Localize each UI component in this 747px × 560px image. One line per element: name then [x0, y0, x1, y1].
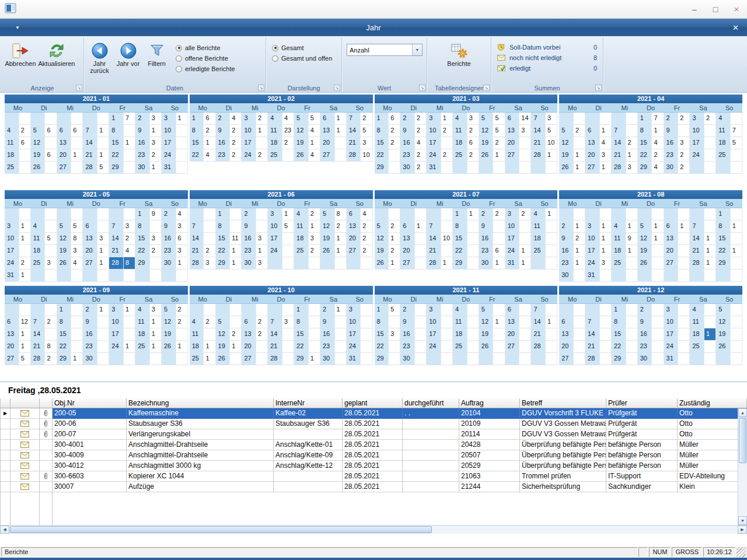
- day-count-cell[interactable]: [124, 353, 135, 365]
- day-cell[interactable]: 23: [135, 149, 150, 162]
- day-cell[interactable]: 1: [216, 208, 231, 220]
- day-cell[interactable]: 17: [664, 328, 679, 341]
- day-cell[interactable]: 25: [190, 353, 204, 365]
- day-cell[interactable]: 6: [505, 304, 520, 316]
- day-cell[interactable]: 20: [400, 245, 415, 257]
- day-cell[interactable]: [109, 353, 124, 365]
- day-cell[interactable]: [31, 270, 46, 282]
- day-cell[interactable]: 12: [559, 137, 574, 149]
- day-count-cell[interactable]: [519, 316, 531, 328]
- day-cell[interactable]: [479, 353, 494, 365]
- day-count-cell[interactable]: [493, 341, 505, 353]
- day-count-cell[interactable]: 1: [335, 125, 347, 137]
- day-count-cell[interactable]: [626, 113, 638, 125]
- day-count-cell[interactable]: 1: [19, 270, 31, 282]
- day-count-cell[interactable]: 1: [230, 257, 242, 270]
- day-count-cell[interactable]: 1: [678, 220, 690, 233]
- day-count-cell[interactable]: 1: [335, 245, 347, 257]
- day-count-cell[interactable]: 2: [574, 125, 585, 137]
- day-count-cell[interactable]: 2: [282, 137, 294, 149]
- day-count-cell[interactable]: [124, 328, 135, 341]
- day-count-cell[interactable]: 1: [124, 137, 135, 149]
- day-cell[interactable]: 14: [427, 233, 441, 245]
- day-count-cell[interactable]: 5: [45, 233, 57, 245]
- day-count-cell[interactable]: [467, 316, 479, 328]
- day-count-cell[interactable]: 2: [493, 137, 505, 149]
- day-count-cell[interactable]: [415, 245, 427, 257]
- day-cell[interactable]: 30: [664, 162, 679, 174]
- day-count-cell[interactable]: [678, 341, 690, 353]
- day-count-cell[interactable]: 2: [678, 113, 690, 125]
- day-cell[interactable]: 13: [320, 125, 335, 137]
- day-count-cell[interactable]: [704, 270, 716, 282]
- day-cell[interactable]: [375, 208, 389, 220]
- day-cell[interactable]: 31: [162, 162, 176, 174]
- day-cell[interactable]: 13: [83, 233, 97, 245]
- day-count-cell[interactable]: [124, 316, 135, 328]
- day-cell[interactable]: 3: [242, 113, 256, 125]
- day-count-cell[interactable]: [626, 341, 638, 353]
- day-count-cell[interactable]: [546, 257, 557, 270]
- day-count-cell[interactable]: [678, 353, 690, 365]
- day-cell[interactable]: 3: [5, 220, 19, 233]
- day-count-cell[interactable]: [519, 149, 531, 162]
- day-cell[interactable]: 17: [427, 137, 441, 149]
- day-cell[interactable]: 5: [716, 304, 731, 316]
- day-count-cell[interactable]: [176, 353, 188, 365]
- day-cell[interactable]: 2: [400, 304, 415, 316]
- day-cell[interactable]: 26: [479, 341, 494, 353]
- day-count-cell[interactable]: 2: [256, 328, 268, 341]
- hscroll-thumb[interactable]: [10, 526, 432, 533]
- day-cell[interactable]: 23: [479, 245, 494, 257]
- day-cell[interactable]: 29: [716, 257, 731, 270]
- day-cell[interactable]: 12: [320, 220, 335, 233]
- day-cell[interactable]: 20: [505, 137, 520, 149]
- day-count-cell[interactable]: [256, 304, 268, 316]
- day-count-cell[interactable]: [704, 353, 716, 365]
- day-cell[interactable]: 18: [716, 137, 731, 149]
- day-cell[interactable]: 6: [400, 220, 415, 233]
- day-count-cell[interactable]: [652, 208, 664, 220]
- day-count-cell[interactable]: 7: [124, 113, 135, 125]
- day-cell[interactable]: [585, 304, 600, 316]
- day-cell[interactable]: 31: [505, 257, 520, 270]
- day-count-cell[interactable]: [441, 328, 453, 341]
- day-count-cell[interactable]: [204, 208, 215, 220]
- day-count-cell[interactable]: 1: [97, 149, 109, 162]
- day-count-cell[interactable]: [71, 113, 83, 125]
- day-cell[interactable]: 7: [83, 125, 97, 137]
- day-cell[interactable]: 28: [190, 257, 204, 270]
- day-count-cell[interactable]: [415, 353, 427, 365]
- day-cell[interactable]: 10: [427, 125, 441, 137]
- day-cell[interactable]: [531, 257, 546, 270]
- day-cell[interactable]: 29: [638, 162, 652, 174]
- day-count-cell[interactable]: 1: [626, 149, 638, 162]
- day-cell[interactable]: [320, 257, 335, 270]
- day-count-cell[interactable]: 2: [361, 233, 372, 245]
- day-cell[interactable]: 15: [375, 328, 389, 341]
- day-count-cell[interactable]: [19, 245, 31, 257]
- day-count-cell[interactable]: 4: [600, 137, 612, 149]
- day-count-cell[interactable]: [441, 341, 453, 353]
- day-count-cell[interactable]: [731, 208, 742, 220]
- day-count-cell[interactable]: [415, 257, 427, 270]
- day-count-cell[interactable]: [546, 220, 557, 233]
- day-count-cell[interactable]: 3: [176, 245, 188, 257]
- detail-vertical-scrollbar[interactable]: ▲ ▼: [738, 408, 747, 525]
- day-cell[interactable]: 28: [347, 149, 361, 162]
- day-cell[interactable]: 26: [479, 149, 494, 162]
- day-cell[interactable]: [559, 304, 574, 316]
- day-cell[interactable]: 4: [612, 220, 626, 233]
- day-cell[interactable]: 16: [400, 328, 415, 341]
- day-count-cell[interactable]: 1: [19, 233, 31, 245]
- day-cell[interactable]: 9: [400, 125, 415, 137]
- day-cell[interactable]: 31: [664, 353, 679, 365]
- day-count-cell[interactable]: [493, 328, 505, 341]
- day-cell[interactable]: [690, 353, 704, 365]
- table-row[interactable]: 300-4012Anschlagmittel 3000 kgAnschlag/K…: [0, 461, 747, 471]
- day-cell[interactable]: 8: [190, 125, 204, 137]
- day-count-cell[interactable]: 4: [652, 137, 664, 149]
- day-count-cell[interactable]: [282, 233, 294, 245]
- day-count-cell[interactable]: [441, 162, 453, 174]
- scroll-down-button[interactable]: ▼: [738, 516, 747, 525]
